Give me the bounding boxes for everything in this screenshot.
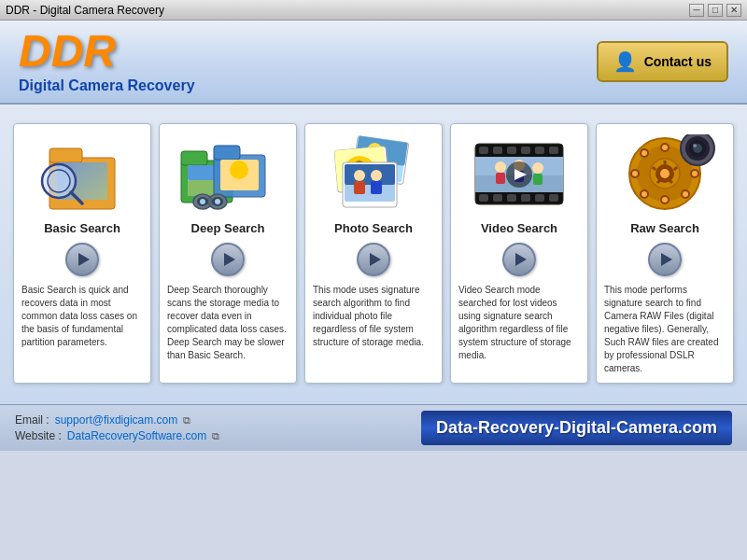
svg-point-74 bbox=[641, 191, 647, 197]
title-bar-text: DDR - Digital Camera Recovery bbox=[6, 4, 164, 17]
website-label: Website : bbox=[15, 429, 62, 442]
video-search-desc: Video Search mode searched for lost vide… bbox=[458, 284, 580, 362]
svg-rect-47 bbox=[507, 194, 516, 202]
svg-rect-43 bbox=[535, 147, 544, 154]
website-row: Website : DataRecoverySoftware.com ⧉ bbox=[15, 429, 219, 442]
svg-point-21 bbox=[200, 199, 205, 204]
basic-search-play-button[interactable] bbox=[65, 243, 99, 276]
photo-search-icon-area bbox=[317, 132, 430, 216]
video-search-icon-area bbox=[463, 132, 575, 216]
svg-point-78 bbox=[641, 150, 647, 156]
header-left: DDR Digital Camera Recovery bbox=[19, 29, 195, 94]
svg-line-83 bbox=[674, 167, 677, 170]
play-triangle-icon bbox=[661, 253, 672, 266]
footer: Email : support@fixdigicam.com ⧉ Website… bbox=[0, 404, 747, 451]
deep-search-illustration bbox=[176, 134, 279, 214]
svg-line-84 bbox=[669, 180, 672, 183]
main-content: Basic Search Basic Search is quick and r… bbox=[0, 105, 747, 404]
app-header: DDR Digital Camera Recovery 👤 Contact us bbox=[0, 21, 747, 105]
website-external-icon: ⧉ bbox=[212, 430, 219, 442]
ddr-logo: DDR bbox=[19, 29, 195, 74]
raw-search-card: Raw Search This mode performs signature … bbox=[596, 123, 734, 384]
title-bar-controls: ─ □ ✕ bbox=[689, 4, 741, 17]
maximize-button[interactable]: □ bbox=[708, 4, 723, 17]
svg-line-85 bbox=[657, 180, 660, 183]
basic-search-card: Basic Search Basic Search is quick and r… bbox=[13, 123, 151, 384]
svg-point-70 bbox=[683, 191, 688, 197]
deep-search-title: Deep Search bbox=[191, 221, 265, 235]
contact-button[interactable]: 👤 Contact us bbox=[597, 41, 728, 82]
svg-point-34 bbox=[354, 170, 365, 181]
play-triangle-icon bbox=[370, 253, 381, 266]
raw-search-play-button[interactable] bbox=[648, 243, 682, 276]
title-bar: DDR - Digital Camera Recovery ─ □ ✕ bbox=[0, 0, 747, 21]
svg-rect-13 bbox=[214, 146, 240, 160]
photo-search-card: Photo Search This mode uses signature se… bbox=[304, 123, 443, 384]
website-link[interactable]: DataRecoverySoftware.com bbox=[67, 429, 206, 442]
email-external-icon: ⧉ bbox=[183, 414, 190, 427]
svg-rect-37 bbox=[371, 181, 382, 194]
close-button[interactable]: ✕ bbox=[726, 4, 741, 17]
svg-rect-45 bbox=[479, 194, 488, 202]
photo-search-illustration bbox=[322, 134, 425, 214]
email-row: Email : support@fixdigicam.com ⧉ bbox=[15, 413, 219, 427]
svg-rect-58 bbox=[533, 174, 543, 185]
photo-search-play-button[interactable] bbox=[357, 243, 390, 276]
svg-rect-39 bbox=[479, 147, 488, 154]
svg-rect-8 bbox=[181, 151, 207, 165]
svg-point-57 bbox=[532, 162, 543, 174]
play-triangle-icon bbox=[515, 253, 527, 266]
photo-search-title: Photo Search bbox=[334, 221, 413, 235]
svg-rect-41 bbox=[507, 147, 516, 154]
minimize-button[interactable]: ─ bbox=[689, 4, 704, 17]
raw-search-title: Raw Search bbox=[630, 221, 699, 235]
svg-rect-42 bbox=[521, 147, 530, 154]
play-triangle-icon bbox=[224, 253, 235, 266]
svg-rect-1 bbox=[49, 148, 82, 162]
app-subtitle: Digital Camera Recovery bbox=[19, 77, 195, 94]
email-label: Email : bbox=[15, 413, 49, 427]
footer-url: Data-Recovery-Digital-Camera.com bbox=[421, 411, 732, 445]
svg-point-35 bbox=[371, 170, 382, 181]
contact-icon: 👤 bbox=[613, 50, 637, 73]
deep-search-icon-area bbox=[172, 132, 284, 216]
svg-point-91 bbox=[693, 144, 697, 147]
raw-search-illustration bbox=[613, 134, 716, 214]
play-triangle-icon bbox=[78, 253, 90, 266]
svg-rect-46 bbox=[493, 194, 502, 202]
email-link[interactable]: support@fixdigicam.com bbox=[55, 413, 178, 427]
svg-rect-36 bbox=[354, 181, 365, 194]
video-search-title: Video Search bbox=[481, 221, 557, 235]
svg-point-68 bbox=[692, 171, 698, 176]
svg-rect-33 bbox=[345, 164, 395, 185]
raw-search-icon-area bbox=[609, 132, 721, 216]
svg-rect-44 bbox=[549, 147, 558, 154]
svg-line-86 bbox=[653, 167, 655, 170]
svg-point-15 bbox=[230, 161, 248, 179]
svg-rect-40 bbox=[493, 147, 502, 154]
deep-search-desc: Deep Search thoroughly scans the storage… bbox=[167, 284, 289, 362]
raw-search-desc: This mode performs signature search to f… bbox=[604, 284, 726, 375]
contact-label: Contact us bbox=[644, 54, 712, 69]
svg-point-53 bbox=[495, 161, 506, 173]
deep-search-play-button[interactable] bbox=[211, 243, 245, 276]
basic-search-icon-area bbox=[26, 132, 138, 216]
cards-row: Basic Search Basic Search is quick and r… bbox=[9, 123, 738, 384]
svg-point-72 bbox=[662, 197, 668, 203]
svg-point-81 bbox=[660, 169, 669, 178]
svg-rect-49 bbox=[535, 194, 544, 202]
svg-rect-50 bbox=[549, 194, 558, 202]
video-search-card: Video Search Video Search mode searched … bbox=[450, 123, 588, 384]
video-search-illustration bbox=[468, 134, 571, 214]
basic-search-desc: Basic Search is quick and recovers data … bbox=[21, 284, 143, 349]
svg-point-64 bbox=[662, 145, 668, 150]
svg-point-76 bbox=[632, 171, 638, 176]
video-search-play-button[interactable] bbox=[502, 243, 536, 276]
deep-search-card: Deep Search Deep Search thoroughly scans… bbox=[159, 123, 297, 384]
photo-search-desc: This mode uses signature search algorith… bbox=[313, 284, 434, 349]
svg-rect-54 bbox=[496, 173, 505, 184]
footer-links: Email : support@fixdigicam.com ⧉ Website… bbox=[15, 413, 219, 442]
svg-point-5 bbox=[48, 170, 70, 192]
svg-rect-48 bbox=[521, 194, 530, 202]
svg-point-22 bbox=[215, 199, 220, 204]
